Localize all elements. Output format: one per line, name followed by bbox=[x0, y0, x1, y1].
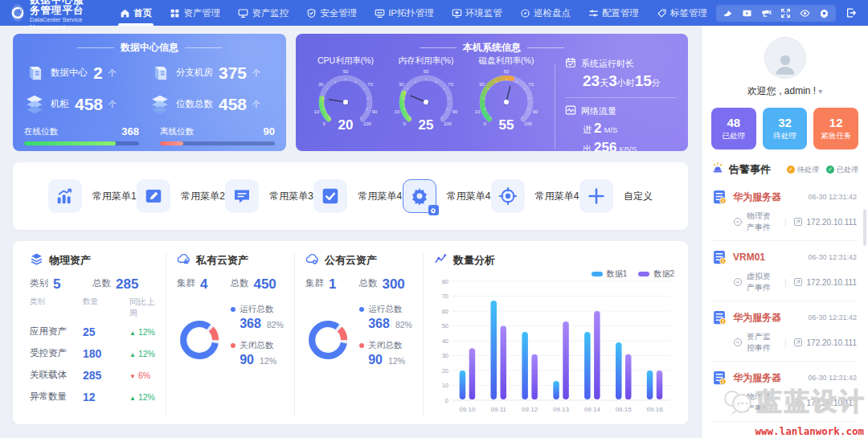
avatar[interactable] bbox=[764, 37, 806, 79]
uptime-days: 23 bbox=[583, 72, 600, 89]
dove-icon[interactable] bbox=[723, 8, 733, 18]
edit-icon bbox=[137, 179, 170, 213]
chart-title: 数量分析 bbox=[453, 253, 495, 268]
alert-time: 06-30 12:31:42 bbox=[808, 193, 857, 201]
menu-item-4[interactable]: 常用菜单4 bbox=[313, 179, 402, 213]
menu-item-7[interactable]: 自定义 bbox=[579, 179, 653, 213]
nav-item-6[interactable]: 环境监管 bbox=[443, 0, 511, 26]
server-icon bbox=[711, 249, 727, 265]
summary-item: 总数300 bbox=[358, 277, 412, 291]
cctv-icon[interactable] bbox=[761, 8, 772, 18]
dc-stat-value: 2 bbox=[93, 64, 103, 81]
menu-item-3[interactable]: 常用菜单3 bbox=[225, 179, 313, 213]
svg-text:0: 0 bbox=[483, 121, 486, 126]
menu-item-6[interactable]: 常用菜单4 bbox=[491, 179, 579, 213]
alert-event: 资产监控事件 bbox=[747, 331, 778, 354]
svg-text:0: 0 bbox=[445, 397, 448, 404]
progress-离线位数: 离线位数90 bbox=[160, 125, 275, 145]
app-header: 数据中心服务管理平台 DataCenter Service Management… bbox=[0, 0, 868, 26]
stack3d-icon bbox=[24, 94, 45, 115]
svg-text:90: 90 bbox=[452, 109, 458, 114]
nav-item-1[interactable]: 首页 bbox=[111, 0, 161, 26]
menu-item-label: 常用菜单4 bbox=[358, 190, 402, 203]
alert-item-2[interactable]: VRM01 06-30 12:31:42 虚拟资产事件| 172.20.10.1… bbox=[711, 241, 858, 301]
gauge-label: CPU利用率(%) bbox=[307, 55, 384, 67]
task-stat-3[interactable]: 12紧急任务 bbox=[813, 108, 858, 149]
fullscreen-icon[interactable] bbox=[780, 8, 791, 18]
nav-item-7[interactable]: 巡检盘点 bbox=[511, 0, 579, 26]
progress-在线位数: 在线位数368 bbox=[24, 125, 139, 145]
svg-text:50: 50 bbox=[504, 69, 510, 74]
nav-item-3[interactable]: 资产监控 bbox=[229, 0, 297, 26]
calcheck-icon bbox=[313, 179, 347, 213]
dc-stat-unit: 个 bbox=[108, 68, 117, 79]
grid-icon bbox=[170, 8, 180, 18]
welcome-text: 欢迎您 , admin ! bbox=[747, 85, 816, 96]
system-info-card: 本机系统信息 CPU利用率(%) 01030507090100 20 内存利用率… bbox=[296, 34, 688, 151]
sidebar: 欢迎您 , admin !▾ 48已处理32待处理12紧急任务 告警事件 ✓待处… bbox=[701, 26, 868, 438]
network-out: 出256KB/S bbox=[583, 140, 677, 151]
task-stat-2[interactable]: 32待处理 bbox=[763, 108, 808, 149]
svg-text:100: 100 bbox=[363, 121, 372, 126]
scrollbar-thumb[interactable] bbox=[863, 209, 866, 246]
svg-text:09.11: 09.11 bbox=[491, 406, 507, 413]
uptime-value: 23天3小时15分 bbox=[583, 72, 677, 90]
nav-item-8[interactable]: 配置管理 bbox=[579, 0, 648, 26]
table-row: 关联载体285▼6% bbox=[30, 364, 155, 386]
nav-item-9[interactable]: 标签管理 bbox=[648, 0, 716, 26]
alert-item-3[interactable]: 华为服务器 06-30 12:31:42 资产监控事件| 172.20.10.1… bbox=[711, 301, 858, 362]
uptime-hours-unit: 小时 bbox=[617, 78, 635, 88]
menu-item-2[interactable]: 常用菜单2 bbox=[137, 179, 225, 213]
nav-item-5[interactable]: IP拓扑管理 bbox=[366, 0, 443, 26]
summary-item: 总数450 bbox=[230, 277, 284, 291]
eye-icon[interactable] bbox=[800, 8, 810, 18]
uptime-label: 系统运行时长 bbox=[581, 58, 634, 70]
svg-text:10: 10 bbox=[442, 382, 448, 389]
chartbars-icon bbox=[48, 179, 82, 213]
nav-item-label: 标签管理 bbox=[670, 7, 707, 19]
svg-text:70: 70 bbox=[367, 82, 373, 87]
system-card-title: 本机系统信息 bbox=[307, 41, 677, 55]
task-stat-1[interactable]: 48已处理 bbox=[711, 108, 756, 149]
gearbox-icon bbox=[403, 179, 436, 213]
alerts-title: 告警事件 bbox=[729, 162, 771, 177]
alert-item-4[interactable]: 华为服务器 06-30 12:31:42 物理资产事件| 172.20.10.1… bbox=[711, 362, 858, 422]
alert-name: VRM01 bbox=[733, 252, 765, 263]
svg-text:70: 70 bbox=[448, 82, 453, 87]
public-cloud-section: 公有云资产 集群1总数300 运行总数36882%关闭总数9012% bbox=[294, 252, 423, 416]
topology-icon bbox=[375, 8, 385, 18]
divider bbox=[555, 63, 555, 149]
dc-stat-label: 机柜 bbox=[51, 98, 69, 110]
welcome-dropdown[interactable]: 欢迎您 , admin !▾ bbox=[711, 84, 858, 98]
cloud-title: 公有云资产 bbox=[325, 253, 377, 268]
event-type-icon bbox=[733, 398, 743, 407]
calendar-icon bbox=[565, 57, 576, 70]
svg-text:09.13: 09.13 bbox=[553, 406, 570, 413]
task-stat-label: 紧急任务 bbox=[821, 131, 851, 141]
video-icon[interactable] bbox=[742, 8, 752, 18]
inspect-icon bbox=[520, 8, 530, 18]
svg-text:30: 30 bbox=[442, 352, 448, 359]
svg-text:90: 90 bbox=[372, 109, 378, 114]
alert-time: 06-30 12:31:42 bbox=[808, 253, 857, 261]
donut-chart bbox=[305, 309, 350, 370]
dc-stat-value: 458 bbox=[75, 96, 103, 113]
siren-icon bbox=[711, 162, 724, 178]
alert-event: 物理资产事件 bbox=[747, 211, 778, 233]
nav-item-2[interactable]: 资产管理 bbox=[161, 0, 229, 26]
alert-item-1[interactable]: 华为服务器 06-30 12:31:42 物理资产事件| 172.20.10.1… bbox=[711, 181, 858, 241]
gear-icon[interactable] bbox=[819, 8, 829, 18]
table-row: 受控资产180▲12% bbox=[30, 342, 155, 364]
menu-item-1[interactable]: 常用菜单1 bbox=[48, 179, 137, 213]
nav-item-4[interactable]: 安全管理 bbox=[297, 0, 366, 26]
nav-item-label: 配置管理 bbox=[602, 7, 639, 19]
menu-item-5[interactable]: 常用菜单4 bbox=[403, 179, 491, 213]
svg-text:70: 70 bbox=[442, 293, 448, 300]
svg-text:100: 100 bbox=[524, 121, 533, 126]
task-stat-value: 32 bbox=[778, 117, 792, 129]
svg-text:09.12: 09.12 bbox=[522, 406, 538, 413]
server-icon bbox=[711, 309, 727, 325]
svg-text:09.15: 09.15 bbox=[616, 406, 633, 413]
logout-icon[interactable] bbox=[845, 7, 857, 18]
ip-icon bbox=[793, 217, 803, 227]
